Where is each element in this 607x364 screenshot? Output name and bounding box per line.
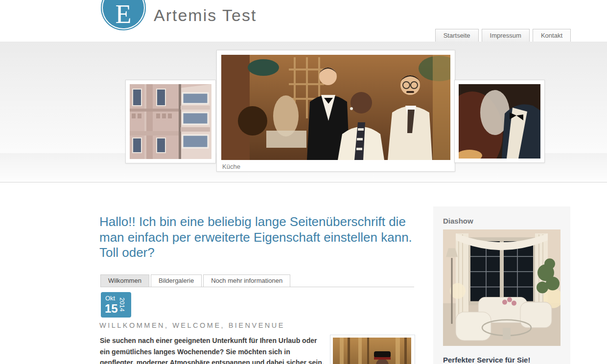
sidebar-diashow: Diashow	[433, 206, 570, 364]
carousel-slide-waiter[interactable]	[454, 80, 545, 163]
intro-paragraph: Sie suchen nach einer geeigneten Unterku…	[100, 335, 324, 364]
page-header: E Artemis Test Startseite Impressum Kont…	[0, 0, 607, 42]
date-badge-year: 2014	[118, 295, 126, 315]
doorman-image	[333, 338, 411, 364]
site-title: Artemis Test	[154, 6, 257, 25]
sidebar-title: Diashow	[443, 217, 473, 225]
tab-bildergalerie[interactable]: Bildergalerie	[151, 274, 202, 287]
page-heading: Hallo!! Ich bin eine beliebig lange Seit…	[99, 214, 417, 261]
date-badge-day: 15	[105, 302, 118, 316]
content-tabs: Wilkommen Bildergalerie Noch mehr inform…	[100, 274, 414, 287]
restaurant-team-image	[221, 55, 450, 160]
nav-tab-startseite[interactable]: Startseite	[435, 29, 479, 42]
main-navigation: Startseite Impressum Kontakt	[435, 29, 571, 42]
carousel-slide-building[interactable]	[125, 80, 216, 163]
site-logo[interactable]: E	[101, 0, 146, 30]
nav-tab-impressum[interactable]: Impressum	[482, 29, 530, 42]
doorman-image-frame	[330, 335, 415, 364]
living-room-image	[443, 229, 560, 346]
tab-noch-mehr-informationen[interactable]: Noch mehr informationen	[203, 274, 290, 287]
tab-wilkommen[interactable]: Wilkommen	[100, 274, 149, 287]
sidebar-caption: Perfekter Service für Sie!	[443, 356, 530, 364]
carousel-caption: Küche	[222, 163, 455, 170]
date-badge-month: Okt	[105, 295, 115, 302]
building-facade-image	[130, 84, 211, 159]
carousel-slide-restaurant[interactable]: Küche	[216, 50, 455, 172]
section-heading: WILLKOMMEN, WELCOME, BIENVENUE	[99, 321, 285, 329]
date-badge: Okt 15 2014	[101, 292, 131, 318]
waiter-closeup-image	[459, 84, 540, 159]
nav-tab-kontakt[interactable]: Kontakt	[533, 29, 571, 42]
logo-letter: E	[116, 1, 132, 27]
